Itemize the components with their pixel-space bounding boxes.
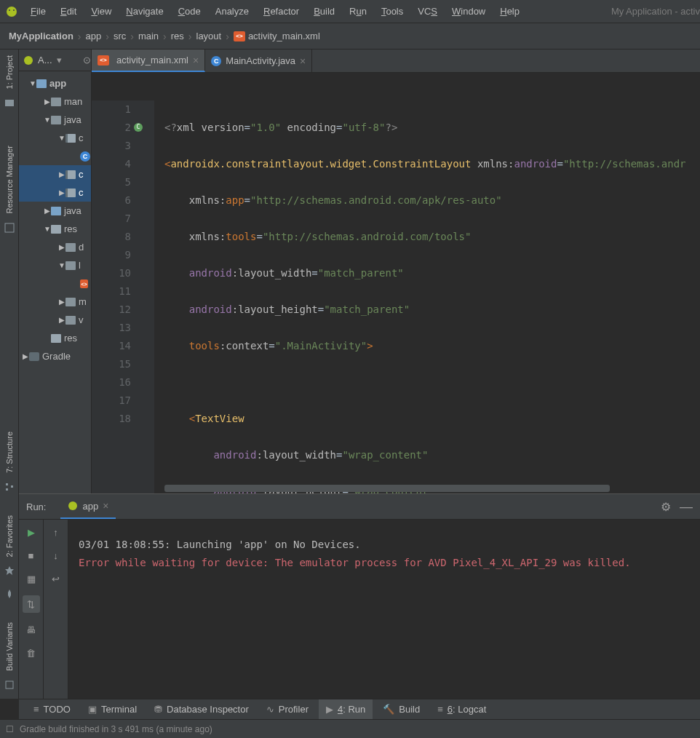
up-button[interactable]: ↑ xyxy=(49,525,63,539)
down-button[interactable]: ↓ xyxy=(49,549,63,562)
project-tree-panel: A... ▾ ⊙ app man java c C c c java res d… xyxy=(19,49,92,493)
breadcrumb-part[interactable]: layout xyxy=(196,31,222,41)
tree-node[interactable]: c xyxy=(79,132,84,143)
resource-icon xyxy=(4,223,15,233)
tree-node[interactable]: man xyxy=(64,96,82,107)
menu-refactor[interactable]: Refactor xyxy=(256,3,306,20)
code-content[interactable]: <?xml version="1.0" encoding="utf-8"?> <… xyxy=(154,100,700,493)
android-studio-logo-icon xyxy=(6,6,17,17)
close-icon[interactable]: × xyxy=(300,55,306,67)
menu-run[interactable]: Run xyxy=(342,3,374,20)
toggle-button[interactable]: ⇅ xyxy=(23,595,40,613)
tree-node[interactable]: res xyxy=(64,333,77,344)
stop-button[interactable]: ■ xyxy=(25,549,38,562)
tab-database-inspector[interactable]: ⛃Database Inspector xyxy=(147,699,256,719)
tree-node[interactable]: v xyxy=(79,314,84,325)
layout-button[interactable]: ▦ xyxy=(25,572,38,585)
breadcrumb-part[interactable]: app xyxy=(86,31,102,41)
menu-edit[interactable]: Edit xyxy=(53,3,84,20)
breadcrumb-part[interactable]: main xyxy=(138,31,159,41)
rail-build-variants[interactable]: Build Variants xyxy=(5,616,14,677)
menu-view[interactable]: View xyxy=(84,3,119,20)
breadcrumb-root[interactable]: MyApplication xyxy=(9,31,73,41)
folder-icon xyxy=(65,243,76,252)
folder-icon xyxy=(65,261,76,270)
svg-point-5 xyxy=(24,56,33,65)
tree-node[interactable]: java xyxy=(64,205,81,216)
status-icon[interactable]: ☐ xyxy=(6,724,14,734)
menu-code[interactable]: Code xyxy=(171,3,208,20)
gear-icon[interactable]: ⚙ xyxy=(661,500,671,514)
svg-rect-6 xyxy=(6,483,8,485)
tab-terminal[interactable]: ▣Terminal xyxy=(81,699,144,719)
menu-navigate[interactable]: Navigate xyxy=(119,3,170,20)
tree-node[interactable]: c xyxy=(79,187,84,198)
close-icon[interactable]: × xyxy=(193,55,199,66)
minimize-icon[interactable]: — xyxy=(680,499,693,515)
rail-favorites[interactable]: 2: Favorites xyxy=(5,509,14,563)
rail-structure[interactable]: 7: Structure xyxy=(5,426,14,479)
print-button[interactable]: 🖶 xyxy=(25,623,38,636)
editor-tab-activity-main[interactable]: <> activity_main.xml × xyxy=(92,49,205,72)
android-icon xyxy=(68,501,78,511)
tab-build[interactable]: 🔨Build xyxy=(375,699,427,719)
breadcrumb-file[interactable]: activity_main.xml xyxy=(248,31,320,41)
rail-project[interactable]: 1: Project xyxy=(5,49,14,95)
collapse-icon[interactable]: ⊙ xyxy=(83,55,91,66)
pin-icon[interactable] xyxy=(4,589,15,599)
folder-icon xyxy=(51,98,61,106)
svg-point-0 xyxy=(7,7,17,17)
trash-button[interactable]: 🗑 xyxy=(25,646,38,659)
breadcrumb-part[interactable]: src xyxy=(114,31,126,41)
tree-node[interactable]: l xyxy=(79,260,81,271)
svg-rect-7 xyxy=(6,488,8,491)
filter-icon[interactable]: ▾ xyxy=(57,55,62,66)
menu-help[interactable]: Help xyxy=(493,3,527,20)
structure-icon xyxy=(4,482,15,492)
menu-vcs[interactable]: VCS xyxy=(410,3,445,20)
run-config-tab[interactable]: app × xyxy=(60,494,116,519)
tree-node[interactable]: m xyxy=(79,296,87,307)
play-icon: ▶ xyxy=(326,704,333,715)
tab-run[interactable]: ▶4: Run xyxy=(319,699,373,719)
horizontal-scrollbar[interactable] xyxy=(164,485,610,492)
tree-node[interactable]: Gradle xyxy=(42,351,71,362)
rerun-button[interactable]: ▶ xyxy=(25,525,38,539)
tree-node[interactable]: res xyxy=(64,223,77,234)
menu-build[interactable]: Build xyxy=(306,3,342,20)
xml-file-icon: <> xyxy=(80,279,88,288)
rail-resource-manager[interactable]: Resource Manager xyxy=(5,140,14,220)
tab-logcat[interactable]: ≡6: Logcat xyxy=(430,699,493,719)
breadcrumb-part[interactable]: res xyxy=(171,31,184,41)
menu-analyze[interactable]: Analyze xyxy=(208,3,256,20)
chevron-right-icon: › xyxy=(188,31,192,42)
tree-node[interactable]: app xyxy=(49,78,66,89)
project-tree[interactable]: app man java c C c c java res d l <> m v… xyxy=(19,71,91,365)
variants-icon xyxy=(4,680,15,690)
project-view-header[interactable]: A... ▾ ⊙ xyxy=(19,49,91,71)
tree-node[interactable]: java xyxy=(64,114,81,125)
run-toolbar-left: ▶ ■ ▦ ⇅ 🖶 🗑 xyxy=(19,520,44,699)
module-icon xyxy=(36,79,47,88)
code-editor[interactable]: 1234 5678 9101112 13141516 1718 C <?xml … xyxy=(92,73,700,493)
menu-window[interactable]: Window xyxy=(445,3,493,20)
package-icon xyxy=(65,134,76,143)
tree-node[interactable]: d xyxy=(79,242,84,253)
tree-node[interactable]: c xyxy=(79,169,84,180)
wrap-button[interactable]: ↩ xyxy=(49,572,63,585)
editor-tab-main-activity[interactable]: C MainActivity.java × xyxy=(205,49,312,72)
package-icon xyxy=(65,170,76,179)
chevron-right-icon: › xyxy=(106,31,109,42)
gutter-marker-icon[interactable]: C xyxy=(134,123,143,132)
tab-profiler[interactable]: ∿Profiler xyxy=(259,699,316,719)
line-number-gutter[interactable]: 1234 5678 9101112 13141516 1718 C xyxy=(92,100,144,493)
menu-tools[interactable]: Tools xyxy=(374,3,410,20)
menu-file[interactable]: File xyxy=(23,3,53,20)
fold-gutter[interactable] xyxy=(144,100,154,493)
close-icon[interactable]: × xyxy=(103,500,108,512)
run-tool-window: Run: app × ⚙ — ▶ ■ ▦ ⇅ 🖶 🗑 ↑ ↓ ↩ 03/01 1… xyxy=(19,493,700,699)
svg-marker-9 xyxy=(5,566,14,575)
run-console[interactable]: 03/01 18:08:55: Launching 'app' on No De… xyxy=(68,520,700,699)
xml-file-icon: <> xyxy=(234,31,245,41)
tab-todo[interactable]: ≡TODO xyxy=(26,699,78,719)
